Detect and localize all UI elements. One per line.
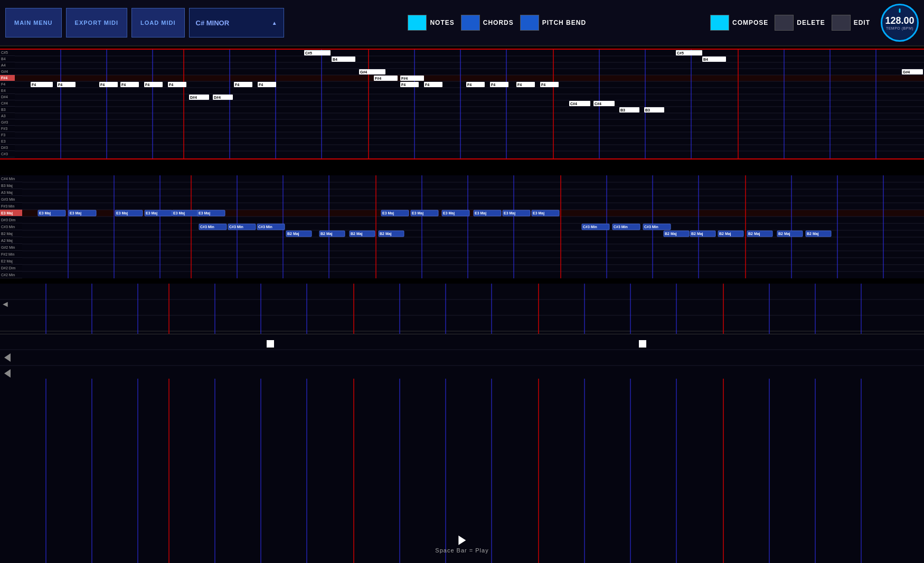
compose-action[interactable]: COMPOSE xyxy=(710,15,768,31)
svg-text:C#3 Min: C#3 Min xyxy=(583,225,597,229)
svg-rect-7 xyxy=(15,94,924,100)
svg-rect-118 xyxy=(22,244,924,251)
svg-text:E3 Maj: E3 Maj xyxy=(412,211,423,215)
row-label-fs4: F#4 xyxy=(0,75,15,81)
row-label-f4: F4 xyxy=(0,81,15,88)
compose-swatch xyxy=(710,15,729,31)
notes-track-type[interactable]: NOTES xyxy=(408,15,454,31)
chord-label-ds2dim: D#2 Dim xyxy=(0,265,22,271)
tempo-dial[interactable]: 128.00 TEMPO (BPM) xyxy=(881,4,919,42)
row-label-e4: E4 xyxy=(0,88,15,94)
svg-text:F4: F4 xyxy=(517,83,522,87)
svg-text:C#4: C#4 xyxy=(595,102,601,106)
svg-rect-6 xyxy=(15,88,924,94)
chords-piano-roll[interactable]: C#4 Min B3 Maj A3 Maj G#3 Min F#3 Min E3… xyxy=(0,175,924,278)
row-label-cs4: C#4 xyxy=(0,100,15,107)
svg-text:B2 Maj: B2 Maj xyxy=(351,232,363,236)
delete-action[interactable]: DELETE xyxy=(775,15,825,31)
row-label-e3: E3 xyxy=(0,138,15,145)
svg-text:F#4: F#4 xyxy=(401,77,408,80)
row-label-a3: A3 xyxy=(0,113,15,119)
svg-text:F4: F4 xyxy=(401,83,406,87)
svg-rect-117 xyxy=(22,237,924,244)
svg-text:D#4: D#4 xyxy=(190,96,197,99)
svg-rect-121 xyxy=(22,265,924,271)
compose-label: COMPOSE xyxy=(732,19,768,26)
svg-text:B2 Maj: B2 Maj xyxy=(807,232,819,236)
svg-text:F4: F4 xyxy=(259,83,263,87)
svg-text:B2 Maj: B2 Maj xyxy=(719,232,731,236)
svg-rect-108 xyxy=(22,175,924,182)
chord-label-cs3min: C#3 Min xyxy=(0,223,22,230)
svg-text:F4: F4 xyxy=(491,83,495,87)
svg-rect-16 xyxy=(15,151,924,157)
action-group: COMPOSE DELETE EDIT xyxy=(710,15,870,31)
pitch-swatch xyxy=(520,15,539,31)
svg-text:B4: B4 xyxy=(333,58,337,61)
svg-text:C#3 Min: C#3 Min xyxy=(229,225,243,229)
chord-label-a2maj: A2 Maj xyxy=(0,237,22,244)
svg-text:E3 Maj: E3 Maj xyxy=(146,211,157,215)
notes-piano-roll[interactable]: C#5 B4 A4 G#4 F#4 F4 E4 D#4 C#4 B3 A3 G#… xyxy=(0,49,924,159)
notes-swatch xyxy=(408,15,427,31)
key-select-dropdown[interactable]: C# MINOR ▲ xyxy=(189,8,284,37)
svg-rect-11 xyxy=(15,119,924,126)
svg-text:G#4: G#4 xyxy=(360,70,367,74)
chord-label-fs2min: F#2 Min xyxy=(0,251,22,258)
svg-rect-13 xyxy=(15,132,924,138)
chord-label-b3maj: B3 Maj xyxy=(0,182,22,189)
chord-label-e3maj: E3 Maj xyxy=(0,210,22,217)
svg-rect-4 xyxy=(15,75,924,81)
chords-track-type[interactable]: CHORDS xyxy=(461,15,514,31)
row-label-a4: A4 xyxy=(0,62,15,69)
load-midi-button[interactable]: LOAD MIDI xyxy=(131,8,184,37)
svg-rect-9 xyxy=(15,107,924,113)
chord-label-gs3min: G#3 Min xyxy=(0,196,22,203)
svg-rect-8 xyxy=(15,100,924,107)
pitch-bend-section[interactable]: ◄ xyxy=(0,284,924,563)
row-label-cs3: C#3 xyxy=(0,151,15,157)
svg-rect-110 xyxy=(22,189,924,196)
svg-text:B3: B3 xyxy=(620,108,625,112)
chord-label-ds3dim: D#3 Dim xyxy=(0,217,22,223)
chord-label-fs3min: F#3 Min xyxy=(0,203,22,210)
svg-text:F4: F4 xyxy=(145,83,149,87)
svg-text:B2 Maj: B2 Maj xyxy=(287,232,299,236)
chord-label-cs2min: C#2 Min xyxy=(0,271,22,278)
edit-action[interactable]: EDIT xyxy=(832,15,870,31)
edit-label: EDIT xyxy=(854,19,870,26)
header: MAIN MENU EXPORT MIDI LOAD MIDI C# MINOR… xyxy=(0,0,924,46)
main-menu-button[interactable]: MAIN MENU xyxy=(5,8,62,37)
svg-text:E3 Maj: E3 Maj xyxy=(475,211,486,215)
edit-swatch xyxy=(832,15,851,31)
tempo-value: 128.00 xyxy=(885,16,914,25)
track-type-group: NOTES CHORDS PITCH BEND xyxy=(408,15,586,31)
svg-rect-115 xyxy=(22,223,924,230)
pitch-bend-track-type[interactable]: PITCH BEND xyxy=(520,15,586,31)
svg-text:G#4: G#4 xyxy=(903,70,910,74)
chords-row-labels: C#4 Min B3 Maj A3 Maj G#3 Min F#3 Min E3… xyxy=(0,175,22,278)
svg-text:C#4: C#4 xyxy=(570,102,577,106)
row-label-b3: B3 xyxy=(0,107,15,113)
row-label-ds3: D#3 xyxy=(0,145,15,151)
play-label: Space Bar = Play xyxy=(435,547,488,553)
svg-rect-1 xyxy=(15,56,924,62)
svg-rect-119 xyxy=(22,251,924,258)
export-midi-button[interactable]: EXPORT MIDI xyxy=(66,8,128,37)
svg-text:F4: F4 xyxy=(541,83,545,87)
svg-text:C#5: C#5 xyxy=(677,51,684,55)
svg-rect-111 xyxy=(22,196,924,203)
svg-rect-0 xyxy=(15,50,924,56)
svg-rect-120 xyxy=(22,258,924,265)
svg-text:B2 Maj: B2 Maj xyxy=(778,232,790,236)
svg-rect-240 xyxy=(639,340,646,348)
svg-text:F4: F4 xyxy=(58,83,62,87)
svg-text:E3 Maj: E3 Maj xyxy=(382,211,394,215)
svg-text:C#5: C#5 xyxy=(305,51,312,55)
notes-row-labels: C#5 B4 A4 G#4 F#4 F4 E4 D#4 C#4 B3 A3 G#… xyxy=(0,50,15,158)
play-button-icon[interactable] xyxy=(458,536,466,545)
tempo-marker xyxy=(899,8,901,13)
svg-text:E3 Maj: E3 Maj xyxy=(173,211,185,215)
chord-label-a3maj: A3 Maj xyxy=(0,189,22,196)
svg-text:F4: F4 xyxy=(100,83,105,87)
